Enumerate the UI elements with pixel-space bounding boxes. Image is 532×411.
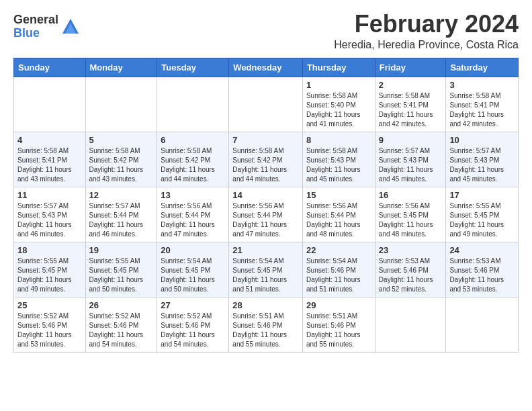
day-number: 2 [379, 80, 443, 90]
day-number: 5 [89, 135, 154, 145]
location-subtitle: Heredia, Heredia Province, Costa Rica [334, 39, 519, 51]
calendar-cell: 6Sunrise: 5:58 AM Sunset: 5:42 PM Daylig… [157, 132, 229, 187]
calendar-cell [446, 297, 519, 352]
calendar-cell: 4Sunrise: 5:58 AM Sunset: 5:41 PM Daylig… [14, 132, 86, 187]
day-number: 1 [306, 80, 371, 90]
day-number: 3 [449, 80, 515, 90]
weekday-header-thursday: Thursday [302, 58, 375, 77]
calendar-cell [85, 77, 157, 132]
calendar-table: SundayMondayTuesdayWednesdayThursdayFrid… [13, 58, 519, 353]
day-info: Sunrise: 5:52 AM Sunset: 5:46 PM Dayligh… [161, 312, 225, 349]
calendar-week-row: 11Sunrise: 5:57 AM Sunset: 5:43 PM Dayli… [14, 187, 519, 242]
day-info: Sunrise: 5:55 AM Sunset: 5:45 PM Dayligh… [89, 257, 154, 294]
day-info: Sunrise: 5:54 AM Sunset: 5:45 PM Dayligh… [161, 257, 225, 294]
day-info: Sunrise: 5:57 AM Sunset: 5:44 PM Dayligh… [89, 201, 154, 239]
day-number: 18 [17, 245, 82, 255]
weekday-header-friday: Friday [375, 58, 446, 77]
calendar-cell: 11Sunrise: 5:57 AM Sunset: 5:43 PM Dayli… [14, 187, 86, 242]
calendar-cell: 20Sunrise: 5:54 AM Sunset: 5:45 PM Dayli… [157, 242, 229, 297]
calendar-cell: 18Sunrise: 5:55 AM Sunset: 5:45 PM Dayli… [14, 242, 86, 297]
weekday-header-sunday: Sunday [14, 58, 86, 77]
day-info: Sunrise: 5:58 AM Sunset: 5:41 PM Dayligh… [449, 91, 515, 129]
day-number: 28 [232, 300, 299, 310]
day-number: 11 [17, 190, 82, 200]
calendar-cell: 8Sunrise: 5:58 AM Sunset: 5:43 PM Daylig… [302, 132, 375, 187]
day-number: 12 [89, 190, 154, 200]
calendar-cell: 3Sunrise: 5:58 AM Sunset: 5:41 PM Daylig… [446, 77, 519, 132]
day-number: 23 [379, 245, 443, 255]
day-number: 15 [306, 190, 371, 200]
day-info: Sunrise: 5:58 AM Sunset: 5:43 PM Dayligh… [306, 146, 371, 184]
calendar-week-row: 1Sunrise: 5:58 AM Sunset: 5:40 PM Daylig… [14, 77, 519, 132]
title-area: February 2024 Heredia, Heredia Province,… [334, 11, 519, 51]
calendar-cell: 21Sunrise: 5:54 AM Sunset: 5:45 PM Dayli… [229, 242, 303, 297]
calendar-cell: 7Sunrise: 5:58 AM Sunset: 5:42 PM Daylig… [229, 132, 303, 187]
calendar-cell: 19Sunrise: 5:55 AM Sunset: 5:45 PM Dayli… [85, 242, 157, 297]
day-info: Sunrise: 5:58 AM Sunset: 5:40 PM Dayligh… [306, 91, 371, 129]
day-info: Sunrise: 5:51 AM Sunset: 5:46 PM Dayligh… [306, 312, 371, 349]
day-number: 26 [89, 300, 154, 310]
day-number: 22 [306, 245, 371, 255]
calendar-cell: 26Sunrise: 5:52 AM Sunset: 5:46 PM Dayli… [85, 297, 157, 352]
calendar-cell [229, 77, 303, 132]
calendar-cell: 14Sunrise: 5:56 AM Sunset: 5:44 PM Dayli… [229, 187, 303, 242]
calendar-cell [157, 77, 229, 132]
day-number: 20 [161, 245, 225, 255]
day-number: 21 [232, 245, 299, 255]
weekday-header-row: SundayMondayTuesdayWednesdayThursdayFrid… [14, 58, 519, 77]
weekday-header-saturday: Saturday [446, 58, 519, 77]
day-info: Sunrise: 5:57 AM Sunset: 5:43 PM Dayligh… [17, 201, 82, 239]
day-info: Sunrise: 5:53 AM Sunset: 5:46 PM Dayligh… [449, 257, 515, 294]
calendar-week-row: 25Sunrise: 5:52 AM Sunset: 5:46 PM Dayli… [14, 297, 519, 352]
day-info: Sunrise: 5:58 AM Sunset: 5:42 PM Dayligh… [232, 146, 299, 184]
day-info: Sunrise: 5:54 AM Sunset: 5:45 PM Dayligh… [232, 257, 299, 294]
day-info: Sunrise: 5:56 AM Sunset: 5:44 PM Dayligh… [306, 201, 371, 239]
calendar-cell: 25Sunrise: 5:52 AM Sunset: 5:46 PM Dayli… [14, 297, 86, 352]
day-info: Sunrise: 5:58 AM Sunset: 5:41 PM Dayligh… [17, 146, 82, 184]
calendar-cell: 22Sunrise: 5:54 AM Sunset: 5:46 PM Dayli… [302, 242, 375, 297]
day-info: Sunrise: 5:51 AM Sunset: 5:46 PM Dayligh… [232, 312, 299, 349]
calendar-cell: 2Sunrise: 5:58 AM Sunset: 5:41 PM Daylig… [375, 77, 446, 132]
calendar-cell [375, 297, 446, 352]
day-info: Sunrise: 5:56 AM Sunset: 5:45 PM Dayligh… [379, 201, 443, 239]
day-info: Sunrise: 5:52 AM Sunset: 5:46 PM Dayligh… [17, 312, 82, 349]
day-number: 13 [161, 190, 225, 200]
calendar-cell: 28Sunrise: 5:51 AM Sunset: 5:46 PM Dayli… [229, 297, 303, 352]
day-number: 14 [232, 190, 299, 200]
day-number: 17 [449, 190, 515, 200]
day-info: Sunrise: 5:56 AM Sunset: 5:44 PM Dayligh… [232, 201, 299, 239]
day-number: 24 [449, 245, 515, 255]
day-number: 29 [306, 300, 371, 310]
day-info: Sunrise: 5:57 AM Sunset: 5:43 PM Dayligh… [449, 146, 515, 184]
calendar-week-row: 18Sunrise: 5:55 AM Sunset: 5:45 PM Dayli… [14, 242, 519, 297]
day-number: 25 [17, 300, 82, 310]
calendar-week-row: 4Sunrise: 5:58 AM Sunset: 5:41 PM Daylig… [14, 132, 519, 187]
calendar-cell: 23Sunrise: 5:53 AM Sunset: 5:46 PM Dayli… [375, 242, 446, 297]
day-number: 8 [306, 135, 371, 145]
day-info: Sunrise: 5:52 AM Sunset: 5:46 PM Dayligh… [89, 312, 154, 349]
day-info: Sunrise: 5:53 AM Sunset: 5:46 PM Dayligh… [379, 257, 443, 294]
day-info: Sunrise: 5:58 AM Sunset: 5:42 PM Dayligh… [89, 146, 154, 184]
calendar-cell: 12Sunrise: 5:57 AM Sunset: 5:44 PM Dayli… [85, 187, 157, 242]
day-number: 4 [17, 135, 82, 145]
day-number: 6 [161, 135, 225, 145]
day-number: 7 [232, 135, 299, 145]
day-number: 27 [161, 300, 225, 310]
calendar-cell: 15Sunrise: 5:56 AM Sunset: 5:44 PM Dayli… [302, 187, 375, 242]
day-info: Sunrise: 5:54 AM Sunset: 5:46 PM Dayligh… [306, 257, 371, 294]
weekday-header-tuesday: Tuesday [157, 58, 229, 77]
weekday-header-monday: Monday [85, 58, 157, 77]
day-number: 16 [379, 190, 443, 200]
logo-general: General [13, 13, 58, 27]
calendar-cell: 27Sunrise: 5:52 AM Sunset: 5:46 PM Dayli… [157, 297, 229, 352]
logo: General Blue [13, 13, 80, 40]
logo-icon [61, 17, 80, 36]
day-number: 10 [449, 135, 515, 145]
day-number: 19 [89, 245, 154, 255]
calendar-cell: 16Sunrise: 5:56 AM Sunset: 5:45 PM Dayli… [375, 187, 446, 242]
calendar-cell: 1Sunrise: 5:58 AM Sunset: 5:40 PM Daylig… [302, 77, 375, 132]
logo-blue: Blue [13, 27, 58, 40]
calendar-cell: 9Sunrise: 5:57 AM Sunset: 5:43 PM Daylig… [375, 132, 446, 187]
weekday-header-wednesday: Wednesday [229, 58, 303, 77]
day-info: Sunrise: 5:55 AM Sunset: 5:45 PM Dayligh… [449, 201, 515, 239]
